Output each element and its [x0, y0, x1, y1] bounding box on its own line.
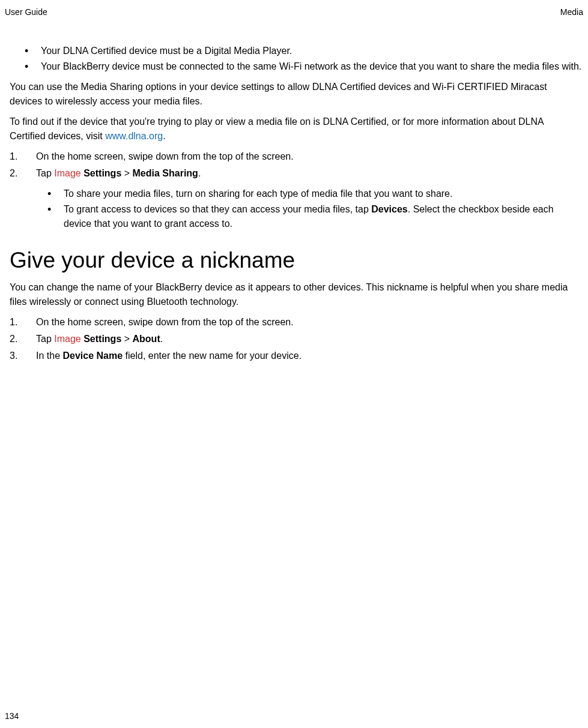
text-segment: field, enter the new name for your devic… [123, 350, 302, 361]
list-item: Your BlackBerry device must be connected… [28, 59, 583, 74]
header-left: User Guide [5, 7, 47, 17]
list-item: Tap Image Settings > About. [10, 332, 583, 346]
intro-bullet-list: Your DLNA Certified device must be a Dig… [5, 44, 583, 74]
settings-label: Settings [81, 168, 122, 178]
text-segment: > [121, 168, 132, 178]
list-item: To share your media files, turn on shari… [50, 187, 583, 201]
list-item: In the Device Name field, enter the new … [10, 349, 583, 363]
text-segment: To find out if the device that you're tr… [10, 116, 544, 141]
settings-label: Settings [81, 334, 122, 344]
text-segment: . [163, 131, 165, 141]
list-item: Tap Image Settings > Media Sharing. [10, 166, 583, 181]
media-sharing-label: Media Sharing [133, 168, 198, 178]
text-segment: Tap [36, 168, 54, 178]
list-item: Your DLNA Certified device must be a Dig… [28, 44, 583, 58]
list-item: On the home screen, swipe down from the … [10, 149, 583, 164]
devices-label: Devices [371, 204, 408, 214]
text-segment: Tap [36, 334, 54, 344]
dlna-link[interactable]: www.dlna.org [105, 131, 163, 141]
page-number: 134 [5, 711, 19, 721]
nested-bullet-list: To share your media files, turn on shari… [5, 187, 583, 231]
list-item: On the home screen, swipe down from the … [10, 315, 583, 329]
device-name-label: Device Name [62, 350, 123, 361]
steps-list-2: On the home screen, swipe down from the … [5, 315, 583, 363]
text-segment: In the [36, 350, 62, 361]
paragraph-nickname: You can change the name of your BlackBer… [5, 280, 583, 309]
page-header: User Guide Media [5, 7, 583, 17]
paragraph-media-sharing: You can use the Media Sharing options in… [5, 80, 583, 109]
settings-icon: Image [54, 334, 80, 344]
settings-icon: Image [54, 168, 80, 178]
about-label: About [133, 334, 160, 344]
text-segment: To grant access to devices so that they … [64, 204, 371, 214]
paragraph-dlna-info: To find out if the device that you're tr… [5, 115, 583, 143]
heading-nickname: Give your device a nickname [5, 248, 583, 273]
list-item: To grant access to devices so that they … [50, 202, 583, 231]
text-segment: > [121, 334, 132, 344]
steps-list-1: On the home screen, swipe down from the … [5, 149, 583, 181]
text-segment: . [160, 334, 163, 344]
text-segment: . [198, 168, 201, 178]
header-right: Media [560, 7, 583, 17]
